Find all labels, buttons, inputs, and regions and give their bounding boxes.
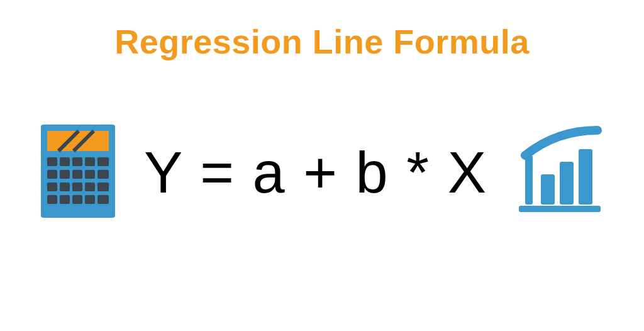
- svg-rect-17: [85, 182, 95, 191]
- svg-rect-11: [72, 170, 82, 179]
- svg-rect-13: [97, 170, 109, 179]
- svg-rect-10: [60, 170, 70, 179]
- svg-rect-26: [541, 174, 555, 205]
- svg-rect-20: [60, 195, 70, 204]
- svg-rect-4: [47, 157, 57, 166]
- page-title: Regression Line Formula: [0, 22, 644, 61]
- svg-rect-25: [525, 155, 533, 205]
- svg-rect-5: [60, 157, 70, 166]
- svg-rect-15: [60, 182, 70, 191]
- svg-rect-16: [72, 182, 82, 191]
- svg-rect-18: [97, 182, 109, 191]
- content-row: Y = a + b * X: [0, 121, 644, 224]
- svg-rect-14: [47, 182, 57, 191]
- growth-chart-icon: [513, 124, 607, 221]
- svg-rect-19: [47, 195, 57, 204]
- svg-rect-23: [97, 195, 109, 204]
- svg-rect-27: [560, 162, 574, 205]
- svg-rect-22: [85, 195, 95, 204]
- svg-rect-12: [85, 170, 95, 179]
- svg-rect-21: [72, 195, 82, 204]
- svg-rect-9: [47, 170, 57, 179]
- svg-rect-6: [72, 157, 82, 166]
- svg-rect-7: [85, 157, 95, 166]
- formula-text: Y = a + b * X: [144, 140, 487, 206]
- svg-rect-28: [579, 149, 592, 205]
- svg-rect-8: [97, 157, 109, 166]
- calculator-icon: [37, 121, 119, 224]
- svg-rect-24: [519, 206, 601, 212]
